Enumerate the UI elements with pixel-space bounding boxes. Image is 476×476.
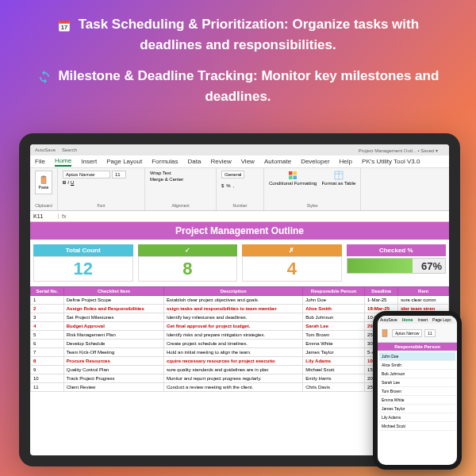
cell[interactable]: 11: [31, 383, 64, 392]
cell[interactable]: Risk Management Plan: [63, 331, 163, 340]
cell[interactable]: 9: [31, 366, 64, 374]
percent-button[interactable]: %: [226, 183, 230, 188]
cell[interactable]: Chris Davis: [303, 383, 365, 392]
tab-help[interactable]: Help: [340, 158, 352, 165]
cell[interactable]: Identify risks and prepare mitigation st…: [164, 331, 303, 340]
cell[interactable]: Develop Schedule: [63, 340, 163, 348]
column-header[interactable]: Responsible Person: [303, 287, 365, 296]
cell[interactable]: Assign Roles and Responsibilities: [63, 305, 163, 313]
merge-center-button[interactable]: Merge & Center: [150, 177, 183, 182]
cell[interactable]: Lily Adams: [303, 357, 365, 366]
cell[interactable]: 4: [31, 322, 64, 331]
number-format-select[interactable]: General: [221, 171, 244, 178]
cell[interactable]: Monitor and report project progress regu…: [164, 374, 303, 383]
cell[interactable]: 10: [31, 374, 64, 383]
column-header[interactable]: Serial No.: [31, 287, 64, 296]
cell[interactable]: John Doe: [303, 296, 365, 305]
autosave-toggle[interactable]: AutoSave: [35, 148, 56, 152]
tab-developer[interactable]: Developer: [301, 158, 329, 165]
tab-formulas[interactable]: Formulas: [152, 158, 178, 165]
cell[interactable]: 5: [31, 331, 64, 340]
cell[interactable]: Sarah Lee: [303, 322, 365, 331]
list-item[interactable]: Tom Brown: [379, 387, 455, 396]
phone-tab[interactable]: Insert: [418, 317, 428, 322]
search-box[interactable]: Search: [62, 148, 77, 152]
cell[interactable]: sure clear comm: [398, 296, 449, 305]
cell[interactable]: Establish clear project objectives and g…: [164, 296, 303, 305]
cell[interactable]: Hold an initial meeting to align the tea…: [164, 348, 303, 357]
list-item[interactable]: Lily Adams: [379, 413, 455, 422]
column-header[interactable]: Deadline: [365, 287, 398, 296]
italic-button[interactable]: I: [67, 180, 69, 185]
paste-button[interactable]: Paste: [35, 171, 52, 194]
tab-insert[interactable]: Insert: [81, 158, 97, 165]
cell[interactable]: Get final approval for project budget.: [164, 322, 303, 331]
cell[interactable]: Define Project Scope: [63, 296, 163, 305]
list-item[interactable]: Alice Smith: [379, 361, 455, 370]
cell[interactable]: Alice Smith: [303, 305, 365, 313]
tab-file[interactable]: File: [35, 158, 45, 165]
tab-review[interactable]: Review: [210, 158, 231, 165]
column-header[interactable]: Checklist Item: [63, 287, 163, 296]
cell[interactable]: Client Review: [63, 383, 163, 392]
cell[interactable]: 2: [31, 305, 64, 313]
cell[interactable]: Tom Brown: [303, 331, 365, 340]
wrap-text-button[interactable]: Wrap Text: [150, 171, 171, 175]
comma-button[interactable]: ,: [233, 183, 235, 188]
document-title[interactable]: Project Management Outl... • Saved ▾: [359, 148, 438, 153]
cell[interactable]: 3: [31, 313, 64, 322]
table-row[interactable]: 1Define Project ScopeEstablish clear pro…: [31, 296, 449, 305]
font-size-select[interactable]: 11: [112, 171, 126, 178]
cell[interactable]: 7: [31, 348, 64, 357]
cell[interactable]: 1: [31, 296, 64, 305]
list-item[interactable]: Bob Johnson: [379, 370, 455, 378]
cell[interactable]: Budget Approval: [63, 322, 163, 331]
bold-button[interactable]: B: [63, 180, 66, 185]
phone-tab[interactable]: AutoSave: [380, 317, 397, 322]
phone-tab[interactable]: Home: [402, 317, 413, 322]
cell[interactable]: Emma White: [303, 340, 365, 348]
phone-size-select[interactable]: 11: [424, 329, 436, 337]
cell[interactable]: 6: [31, 340, 64, 348]
cell[interactable]: Team Kick-Off Meeting: [63, 348, 163, 357]
tab-home[interactable]: Home: [55, 157, 71, 167]
cell[interactable]: ssign tasks and responsibilities to team…: [164, 305, 303, 313]
list-item[interactable]: Michael Scott: [379, 422, 455, 431]
underline-button[interactable]: U: [71, 180, 74, 185]
kpi-total: Total Count 12: [33, 244, 133, 282]
cell[interactable]: Create project schedule and timelines.: [164, 340, 303, 348]
column-header[interactable]: Description: [164, 287, 303, 296]
cell[interactable]: 8: [31, 357, 64, 366]
currency-button[interactable]: $: [221, 183, 224, 188]
name-box[interactable]: K11: [30, 213, 59, 219]
format-as-table-button[interactable]: Format as Table: [321, 171, 355, 186]
tab-automate[interactable]: Automate: [264, 158, 291, 165]
cell[interactable]: 1-Mar-25: [365, 296, 398, 305]
cell[interactable]: Procure Resources: [63, 357, 163, 366]
cell[interactable]: Quality Control Plan: [63, 366, 163, 374]
cell[interactable]: Conduct a review meeting with the client…: [164, 383, 303, 392]
list-item[interactable]: Emma White: [379, 396, 455, 405]
list-item[interactable]: James Taylor: [379, 405, 455, 413]
list-item[interactable]: Sarah Lee: [379, 378, 455, 387]
cell[interactable]: Track Project Progress: [63, 374, 163, 383]
phone-tab[interactable]: Page Layc: [432, 317, 451, 322]
cell[interactable]: Identify key milestones and deadlines.: [164, 313, 303, 322]
cell[interactable]: cquire necessary resources for project e…: [164, 357, 303, 366]
cell[interactable]: Emily Harris: [303, 374, 365, 383]
cell[interactable]: Bob Johnson: [303, 313, 365, 322]
cell[interactable]: Michael Scott: [303, 366, 365, 374]
list-item[interactable]: John Doe: [379, 352, 455, 361]
conditional-formatting-button[interactable]: Conditional Formatting: [269, 171, 317, 186]
phone-font-select[interactable]: Aptos Narrow: [392, 329, 422, 337]
phone-people-list[interactable]: John DoeAlice SmithBob JohnsonSarah LeeT…: [378, 351, 457, 432]
tab-pagelayout[interactable]: Page Layout: [106, 158, 142, 165]
tab-pksutilitytoolv[interactable]: PK's Utility Tool V3.0: [362, 158, 420, 165]
column-header[interactable]: Rem: [398, 287, 449, 296]
cell[interactable]: James Taylor: [303, 348, 365, 357]
font-name-select[interactable]: Aptos Narrow: [63, 171, 110, 178]
cell[interactable]: Set Project Milestones: [63, 313, 163, 322]
tab-data[interactable]: Data: [188, 158, 202, 165]
tab-view[interactable]: View: [241, 158, 255, 165]
cell[interactable]: sure quality standards and guidelines ar…: [164, 366, 303, 374]
